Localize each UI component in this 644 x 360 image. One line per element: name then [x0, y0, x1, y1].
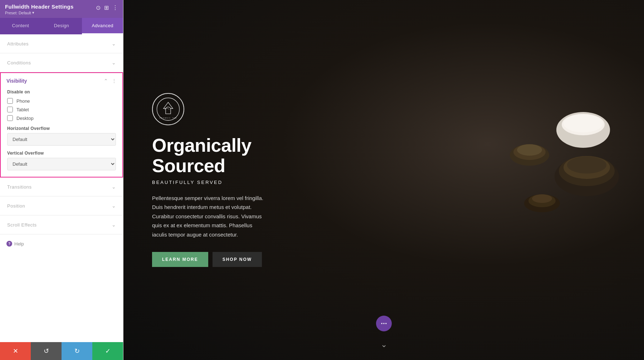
hero-buttons: LEARN MORE SHOP NOW — [152, 252, 267, 267]
horizontal-overflow-label: Horizontal Overflow — [7, 126, 116, 131]
tea-pile-1-svg — [508, 137, 551, 166]
svg-point-7 — [517, 144, 542, 156]
bottom-toolbar: ✕ ↺ ↻ ✓ — [0, 342, 123, 360]
cancel-button[interactable]: ✕ — [0, 342, 31, 360]
conditions-section: Conditions ⌄ — [0, 53, 123, 72]
panel-preset: Preset: Default ▾ — [5, 10, 74, 15]
position-header[interactable]: Position ⌄ — [0, 196, 123, 215]
svg-point-15 — [381, 323, 382, 324]
conditions-header[interactable]: Conditions ⌄ — [0, 53, 123, 72]
svg-point-14 — [567, 156, 606, 174]
attributes-header[interactable]: Attributes ⌄ — [0, 34, 123, 53]
shop-now-button[interactable]: SHOP NOW — [213, 252, 262, 267]
phone-checkbox[interactable] — [7, 98, 13, 104]
hero-section: ORGANIC TEA Organically Sourced BEAUTIFU… — [123, 0, 644, 360]
help-icon: ? — [6, 241, 12, 247]
bottom-arrow-icon[interactable]: ⌄ — [381, 340, 387, 349]
svg-text:ORGANIC TEA: ORGANIC TEA — [159, 117, 177, 119]
tab-advanced[interactable]: Advanced — [82, 18, 123, 34]
tablet-label: Tablet — [16, 107, 29, 112]
dark-bowl-svg — [551, 144, 623, 198]
transitions-chevron-icon: ⌄ — [112, 184, 116, 190]
floating-dots-button[interactable] — [376, 316, 392, 331]
transitions-section: Transitions ⌄ — [0, 177, 123, 196]
svg-point-10 — [532, 194, 552, 203]
svg-point-16 — [383, 323, 384, 324]
help-label: Help — [14, 241, 24, 247]
visibility-header: Visibility ⌃ ⋮ — [1, 73, 122, 88]
conditions-chevron-icon: ⌄ — [112, 60, 116, 65]
position-section: Position ⌄ — [0, 196, 123, 215]
visibility-body: Disable on Phone Tablet Desktop Horizont… — [1, 88, 122, 177]
svg-point-4 — [564, 115, 603, 132]
conditions-label: Conditions — [7, 60, 31, 65]
disable-on-label: Disable on — [7, 89, 116, 94]
redo-button[interactable]: ↻ — [62, 342, 92, 360]
scroll-effects-section: Scroll Effects ⌄ — [0, 215, 123, 234]
horizontal-overflow-select[interactable]: Default Visible Hidden Scroll Auto — [7, 133, 116, 146]
undo-button[interactable]: ↺ — [31, 342, 62, 360]
transitions-header[interactable]: Transitions ⌄ — [0, 177, 123, 196]
position-label: Position — [7, 203, 25, 209]
camera-icon[interactable]: ⊙ — [96, 4, 101, 11]
desktop-label: Desktop — [16, 116, 34, 121]
tab-content[interactable]: Content — [0, 18, 41, 34]
vertical-overflow-label: Vertical Overflow — [7, 151, 116, 156]
more-icon[interactable]: ⋮ — [112, 4, 118, 11]
attributes-section: Attributes ⌄ — [0, 34, 123, 53]
dots-icon — [380, 320, 387, 327]
panel-header-icons: ⊙ ⊞ ⋮ — [96, 4, 118, 11]
attributes-label: Attributes — [7, 41, 29, 47]
hero-title: Organically Sourced — [152, 135, 267, 176]
help-area[interactable]: ? Help — [0, 234, 123, 253]
logo-circle: ORGANIC TEA — [152, 93, 184, 125]
learn-more-button[interactable]: LEARN MORE — [152, 252, 208, 267]
tablet-checkbox[interactable] — [7, 107, 13, 112]
hero-subtitle: BEAUTIFULLY SERVED — [152, 180, 267, 185]
panel-header: Fullwidth Header Settings Preset: Defaul… — [0, 0, 123, 18]
tabs: Content Design Advanced — [0, 18, 123, 34]
vertical-overflow-select[interactable]: Default Visible Hidden Scroll Auto — [7, 158, 116, 170]
visibility-section: Visibility ⌃ ⋮ Disable on Phone Tablet — [0, 72, 123, 177]
layout-icon[interactable]: ⊞ — [104, 4, 109, 11]
desktop-checkbox[interactable] — [7, 115, 13, 121]
hero-body: Pellentesque semper viverra lorem vel fr… — [152, 194, 267, 239]
scroll-effects-header[interactable]: Scroll Effects ⌄ — [0, 215, 123, 234]
scroll-effects-chevron-icon: ⌄ — [112, 222, 116, 228]
transitions-label: Transitions — [7, 184, 32, 190]
hero-content: ORGANIC TEA Organically Sourced BEAUTIFU… — [123, 72, 295, 289]
save-button[interactable]: ✓ — [92, 342, 123, 360]
scroll-effects-label: Scroll Effects — [7, 222, 37, 228]
panel-title: Fullwidth Header Settings — [5, 4, 74, 10]
visibility-more-icon[interactable]: ⋮ — [112, 78, 117, 84]
attributes-chevron-icon: ⌄ — [112, 41, 116, 47]
visibility-title: Visibility — [6, 78, 27, 84]
left-panel: Fullwidth Header Settings Preset: Defaul… — [0, 0, 123, 360]
tablet-row: Tablet — [7, 107, 116, 112]
svg-point-17 — [385, 323, 386, 324]
position-chevron-icon: ⌄ — [112, 203, 116, 209]
logo-svg: ORGANIC TEA — [156, 97, 181, 122]
desktop-row: Desktop — [7, 115, 116, 121]
phone-label: Phone — [16, 98, 30, 104]
visibility-controls: ⌃ ⋮ — [104, 78, 117, 84]
main-content: ORGANIC TEA Organically Sourced BEAUTIFU… — [123, 0, 644, 360]
visibility-collapse-icon[interactable]: ⌃ — [104, 78, 108, 84]
tab-design[interactable]: Design — [41, 18, 82, 34]
panel-content: Attributes ⌄ Conditions ⌄ Visibility ⌃ ⋮… — [0, 34, 123, 360]
phone-row: Phone — [7, 98, 116, 104]
